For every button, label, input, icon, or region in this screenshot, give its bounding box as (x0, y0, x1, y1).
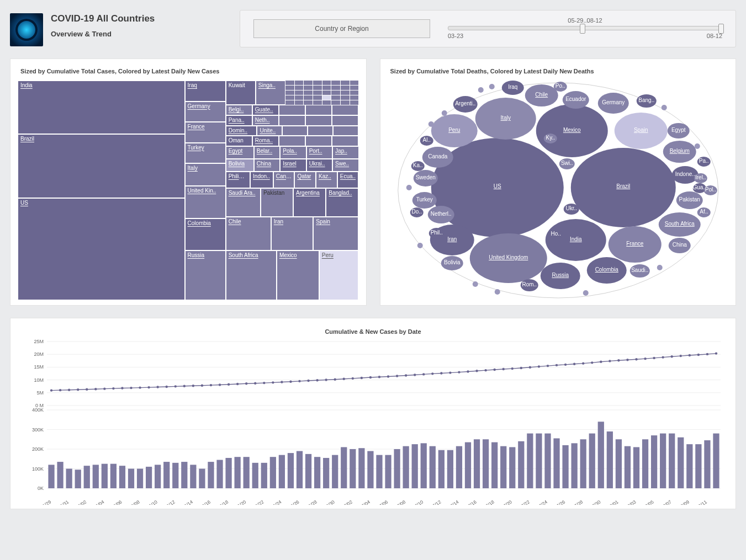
bubble[interactable]: Bolivia (441, 256, 463, 270)
treemap-cell[interactable]: Roma.. (252, 136, 279, 146)
treemap-cell[interactable] (279, 136, 305, 146)
treemap-cell[interactable]: Banglad.. (326, 188, 358, 217)
treemap-cell[interactable]: Oman (226, 136, 252, 146)
treemap-cell[interactable]: Colombia (185, 218, 226, 251)
treemap-cell[interactable]: Singa.. (256, 81, 285, 105)
treemap-cell[interactable]: Kaz.. (316, 172, 337, 188)
treemap-cell[interactable]: Argentina (293, 188, 326, 217)
bubble[interactable]: Egypt (667, 123, 689, 138)
treemap-cell[interactable]: Iran (271, 217, 314, 250)
slider-thumb-start[interactable] (580, 24, 585, 34)
bubble[interactable]: Spain (614, 113, 667, 149)
bubble[interactable]: Indone.. (671, 166, 698, 184)
bubble[interactable]: Ho.. (549, 230, 562, 239)
treemap-cell[interactable] (279, 105, 305, 115)
treemap-cell[interactable]: Pola.. (280, 146, 306, 159)
bubble[interactable]: Pakistan (676, 191, 702, 209)
treemap-cell[interactable]: Pana.. (226, 115, 252, 126)
bubble[interactable]: South Africa (658, 212, 700, 237)
bubble[interactable]: Rom.. (520, 279, 538, 291)
treemap-cell[interactable]: India (18, 81, 185, 134)
treemap-cell[interactable]: Port.. (306, 146, 332, 159)
bubble[interactable]: Al.. (420, 136, 433, 146)
bubble[interactable]: Italy (475, 98, 536, 140)
treemap-cell[interactable]: Jap.. (332, 146, 358, 159)
bubble[interactable]: Ky.. (543, 134, 557, 143)
treemap-cell[interactable] (333, 126, 358, 136)
treemap-cell[interactable]: Ukrai.. (306, 159, 332, 172)
treemap-cell[interactable]: Neth.. (252, 115, 279, 126)
treemap-cell[interactable] (305, 136, 332, 146)
bubble[interactable]: Sweden (413, 170, 437, 186)
treemap-cell[interactable]: Israel (280, 159, 306, 172)
treemap-cell[interactable]: Swe.. (332, 159, 358, 172)
treemap-cell[interactable]: South Africa (226, 250, 277, 300)
treemap-cell[interactable]: Philipp.. (226, 172, 250, 188)
treemap-cell[interactable]: Brazil (18, 134, 185, 198)
bubble[interactable]: Pol.. (703, 185, 717, 195)
bubble[interactable]: Pa.. (697, 157, 710, 167)
bubble[interactable]: Brazil (570, 148, 675, 227)
treemap-cell[interactable]: Unite.. (257, 126, 282, 136)
combo-chart[interactable]: 0 M5M10M15M20M25M0K100K200K300K400K05/29… (19, 339, 726, 505)
treemap-cell[interactable]: Guate.. (252, 105, 279, 115)
treemap-cell[interactable]: Saudi Ara.. (226, 188, 261, 217)
bubble[interactable]: Saudi.. (629, 264, 649, 278)
treemap-cell[interactable]: Indon.. (250, 172, 273, 188)
treemap-cell[interactable]: Cana.. (273, 172, 295, 188)
treemap-cell[interactable] (305, 105, 332, 115)
bubble[interactable]: Russia (540, 263, 580, 289)
treemap-cell[interactable]: Belgi.. (226, 105, 252, 115)
bubble[interactable]: Af.. (697, 207, 710, 217)
bubble[interactable]: Colombia (586, 257, 626, 284)
treemap-cell[interactable]: Belar.. (254, 146, 280, 159)
treemap-cell[interactable]: Peru (319, 250, 359, 300)
bubble[interactable]: France (608, 226, 661, 263)
bubble[interactable]: Po.. (553, 82, 567, 92)
bubble[interactable]: Bang.. (636, 94, 656, 108)
bubble[interactable]: Ecuador (562, 91, 589, 109)
bubble[interactable]: Mexico (536, 104, 607, 157)
bubble[interactable]: Iraq (501, 81, 523, 95)
treemap-cell[interactable]: Domin.. (226, 126, 257, 136)
bubble[interactable]: Chile (525, 84, 558, 106)
bubble[interactable]: Phil.. (428, 228, 444, 239)
bubble-chart[interactable]: US Brazil Mexico United Kingdom India It… (387, 80, 729, 301)
treemap-cell[interactable]: Mexico (277, 250, 319, 300)
bubble[interactable]: Peru (431, 114, 477, 147)
treemap-tiny-cells[interactable] (285, 81, 358, 105)
bubble[interactable]: Do.. (410, 207, 423, 217)
treemap-cell[interactable]: US (18, 198, 185, 300)
treemap-cell[interactable]: Ecua.. (337, 172, 359, 188)
bubble[interactable]: Netherl.. (427, 206, 454, 223)
bubble[interactable]: Argenti.. (453, 96, 477, 113)
bubble[interactable]: Belgium (663, 141, 696, 163)
bubble[interactable]: Ukr.. (563, 204, 579, 215)
bubble[interactable]: Turkey (412, 192, 436, 209)
treemap-cell[interactable] (332, 136, 358, 146)
treemap-cell[interactable]: Italy (185, 163, 226, 186)
treemap-cell[interactable]: United Kin.. (185, 186, 226, 218)
treemap-cell[interactable]: Pakistan (261, 188, 293, 217)
treemap-cell[interactable] (308, 126, 333, 136)
treemap-cell[interactable]: Qatar (294, 172, 316, 188)
bubble[interactable]: Germany (597, 93, 628, 114)
bubble[interactable]: Ka.. (411, 161, 424, 171)
treemap-cell[interactable]: France (185, 122, 226, 143)
treemap-cell[interactable]: Iraq (185, 81, 226, 102)
treemap-cell[interactable]: China (254, 159, 280, 172)
bubble[interactable]: China (668, 238, 690, 253)
treemap-cell[interactable]: Bolivia (226, 159, 254, 172)
treemap-cell[interactable]: Spain (313, 217, 358, 250)
treemap-cell[interactable] (305, 115, 332, 126)
bubble[interactable]: United Kingdom (469, 233, 547, 283)
slider-track[interactable] (448, 26, 722, 30)
treemap-cell[interactable] (332, 105, 358, 115)
treemap-cell[interactable]: Russia (185, 250, 226, 300)
bubble[interactable]: India (545, 219, 606, 261)
treemap-chart[interactable]: India Brazil US Iraq Germany France Turk… (17, 80, 359, 301)
treemap-cell[interactable]: Egypt (226, 146, 254, 159)
treemap-cell[interactable]: Germany (185, 102, 226, 122)
treemap-cell[interactable]: Kuwait (226, 81, 256, 105)
country-region-combo[interactable]: Country or Region (253, 19, 430, 38)
